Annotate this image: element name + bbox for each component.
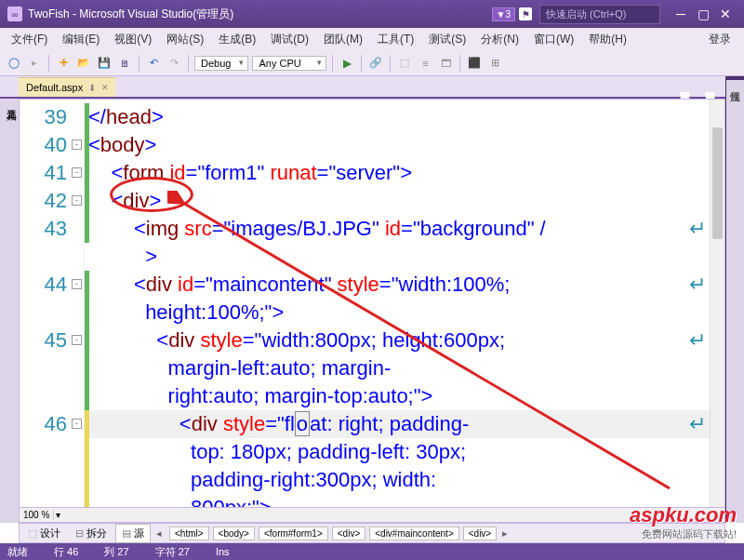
crumb-next[interactable]: ▸: [498, 527, 512, 540]
split-view-tab[interactable]: ⊟拆分: [69, 524, 113, 543]
menu-analyze[interactable]: 分析(N): [473, 30, 526, 49]
tab-label: Default.aspx: [26, 82, 83, 93]
tb-misc-1[interactable]: ⬚: [395, 54, 414, 73]
open-button[interactable]: 📂: [74, 54, 93, 73]
tab-close-icon[interactable]: ×: [101, 81, 108, 94]
menu-build[interactable]: 生成(B): [211, 30, 263, 49]
vertical-scrollbar[interactable]: [710, 100, 724, 507]
undo-button[interactable]: ↶: [144, 54, 163, 73]
crumb-body[interactable]: <body>: [213, 527, 255, 540]
menu-view[interactable]: 视图(V): [107, 30, 159, 49]
config-dropdown[interactable]: Debug: [194, 56, 248, 71]
menu-bar: 文件(F) 编辑(E) 视图(V) 网站(S) 生成(B) 调试(D) 团队(M…: [0, 28, 744, 50]
tb-misc-2[interactable]: ≡: [416, 54, 434, 73]
menu-website[interactable]: 网站(S): [159, 30, 211, 49]
menu-team[interactable]: 团队(M): [316, 30, 370, 49]
status-char: 字符 27: [155, 545, 190, 559]
crumb-div2[interactable]: <div>: [463, 527, 497, 540]
status-ins: Ins: [216, 546, 230, 557]
document-tabs: Default.aspx ⬇ ×: [0, 76, 744, 99]
nav-fwd-button[interactable]: ▸: [25, 54, 44, 73]
tb-misc-3[interactable]: 🗔: [436, 54, 455, 73]
toolbox-panel-tab[interactable]: 工具箱: [0, 99, 19, 523]
platform-dropdown[interactable]: Any CPU: [252, 56, 326, 71]
properties-tab[interactable]: 属性: [726, 80, 744, 523]
flag-icon[interactable]: ⚑: [519, 7, 532, 20]
designer-tabs: ⬚设计 ⊟拆分 ▤源 ◂ <html> <body> <form#form1> …: [19, 523, 725, 543]
pin-icon[interactable]: ⬇: [88, 83, 96, 93]
menu-file[interactable]: 文件(F): [4, 30, 55, 49]
crumb-prev[interactable]: ◂: [153, 527, 166, 540]
nav-back-button[interactable]: ◯: [5, 54, 23, 73]
menu-help[interactable]: 帮助(H): [581, 30, 634, 49]
title-bar: ∞ TwoFish - Microsoft Visual Studio(管理员)…: [0, 0, 744, 28]
crumb-html[interactable]: <html>: [169, 527, 209, 540]
sign-in-link[interactable]: 登录: [699, 30, 740, 49]
design-view-tab[interactable]: ⬚设计: [21, 524, 67, 543]
menu-tools[interactable]: 工具(T): [370, 30, 421, 49]
notification-badge[interactable]: ▼3: [492, 7, 515, 21]
menu-edit[interactable]: 编辑(E): [55, 30, 107, 49]
source-view-tab[interactable]: ▤源: [115, 524, 151, 543]
vs-logo-icon: ∞: [7, 7, 22, 21]
status-line: 行 46: [54, 545, 78, 559]
status-ready: 就绪: [7, 545, 28, 559]
zoom-level[interactable]: 100 %: [20, 510, 54, 520]
editor-footer: 100 % ▾: [19, 508, 725, 523]
redo-button[interactable]: ↷: [165, 54, 183, 73]
save-button[interactable]: 💾: [95, 54, 113, 73]
menu-debug[interactable]: 调试(D): [263, 30, 316, 49]
window-title: TwoFish - Microsoft Visual Studio(管理员): [28, 7, 492, 22]
close-button[interactable]: ✕: [714, 7, 737, 21]
tab-default-aspx[interactable]: Default.aspx ⬇ ×: [19, 77, 115, 97]
menu-test[interactable]: 测试(S): [421, 30, 473, 49]
line-number-gutter: 3940-41-42-43 44- 45- 46-: [20, 100, 85, 507]
tb-misc-4[interactable]: ⬛: [465, 54, 484, 73]
quick-launch-input[interactable]: 快速启动 (Ctrl+Q): [539, 5, 660, 24]
status-col: 列 27: [104, 545, 128, 559]
maximize-button[interactable]: ▢: [692, 7, 714, 21]
tb-misc-5[interactable]: ⊞: [485, 54, 504, 73]
minimize-button[interactable]: ─: [670, 7, 692, 21]
save-all-button[interactable]: 🗎: [115, 54, 134, 73]
crumb-form[interactable]: <form#form1>: [259, 527, 328, 540]
crumb-maincontent[interactable]: <div#maincontent>: [369, 527, 459, 540]
code-area[interactable]: </head><body> <form id="form1" runat="se…: [85, 100, 710, 507]
crumb-div1[interactable]: <div>: [332, 527, 365, 540]
toolbar: ◯ ▸ ✚ 📂 💾 🗎 ↶ ↷ Debug Any CPU ▶ 🔗 ⬚ ≡ 🗔 …: [0, 50, 744, 76]
status-bar: 就绪 行 46 列 27 字符 27 Ins: [0, 543, 744, 560]
code-editor[interactable]: 3940-41-42-43 44- 45- 46- </head><body> …: [19, 99, 725, 508]
start-button[interactable]: ▶: [338, 54, 356, 73]
new-item-button[interactable]: ✚: [54, 54, 73, 73]
menu-window[interactable]: 窗口(W): [526, 30, 581, 49]
browser-link-button[interactable]: 🔗: [366, 54, 385, 73]
watermark: aspku.com 免费网站源码下载站!: [630, 503, 737, 541]
right-panel-tabs: 属性 解决方案资源管理器 团队资源管理器: [725, 76, 744, 523]
